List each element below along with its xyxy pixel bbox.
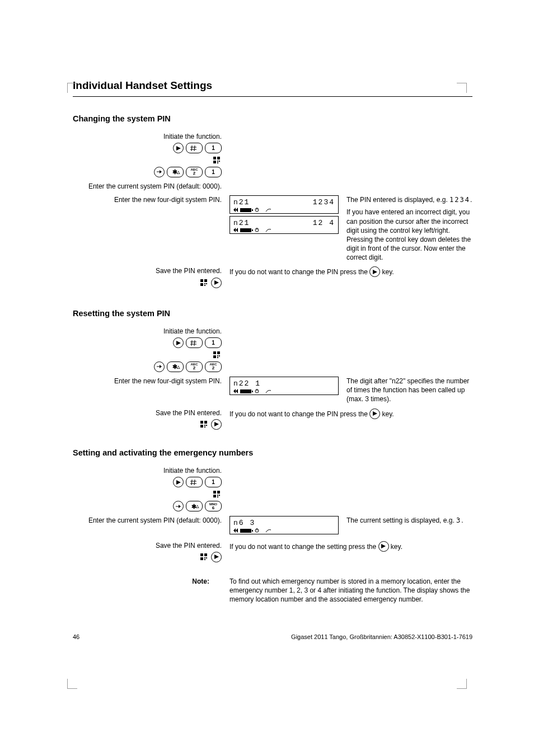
step-row: Initiate the function. 1 ✱△ ABC2 1 [73,132,472,177]
svg-rect-5 [213,157,216,159]
forward-icon [154,361,165,372]
step-text: The current setting is displayed, e.g. [346,516,456,524]
svg-rect-51 [252,391,253,392]
play-icon [378,541,389,552]
two-key: ABC2 [205,361,222,372]
svg-line-64 [194,480,195,485]
svg-rect-41 [213,355,216,358]
svg-rect-79 [252,530,253,532]
svg-rect-42 [217,355,218,356]
svg-rect-57 [204,425,205,426]
svg-rect-40 [217,351,220,354]
hash-key [186,477,203,487]
svg-rect-16 [240,208,251,212]
step-text: If you do not want to change the PIN pre… [229,266,472,277]
play-icon [173,143,184,153]
svg-marker-48 [233,389,236,393]
svg-rect-85 [204,557,205,558]
intern-icon [200,278,209,288]
lcd-display: n22 1 [229,377,339,395]
step-row: Enter the current system PIN (default: 0… [73,182,472,191]
svg-rect-87 [204,559,205,560]
step-row: Enter the current system PIN (default: 0… [73,516,472,537]
svg-line-35 [191,340,192,346]
svg-text:✱: ✱ [191,504,196,509]
svg-rect-29 [204,283,205,284]
svg-marker-89 [381,544,386,548]
section-heading-3: Setting and activating the emergency num… [73,448,472,459]
svg-rect-71 [219,495,220,496]
section-heading-1: Changing the system PIN [73,114,472,125]
intern-icon [200,552,209,562]
svg-rect-72 [217,496,218,497]
svg-rect-8 [217,161,218,162]
forward-icon [173,501,184,511]
play-icon [211,552,222,562]
one-key: 1 [205,477,222,487]
play-icon [369,266,380,277]
star-key: ✱△ [167,361,184,372]
step-desc: Initiate the function. [73,327,222,336]
step-text: . [470,196,472,204]
step-text: . [461,516,463,524]
step-desc: Save the PIN entered. [73,541,222,550]
play-icon [173,477,184,487]
step-desc: Enter the new four-digit system PIN. [73,195,222,204]
intern-icon [213,489,222,499]
svg-marker-60 [214,422,219,426]
svg-marker-14 [233,208,236,212]
two-key: ABC2 [186,167,203,177]
svg-rect-43 [219,355,220,356]
svg-rect-83 [204,553,207,556]
step-text: If you do not want to change the PIN pre… [229,408,472,419]
svg-rect-7 [213,161,216,163]
svg-rect-69 [213,495,216,497]
svg-rect-82 [200,553,203,556]
step-desc: Save the PIN entered. [73,266,222,275]
note-body: To find out which emergency number is st… [229,577,472,604]
lcd-display: n6 3 [229,516,339,534]
svg-rect-86 [206,557,207,558]
hash-key [186,143,203,153]
step-text: The PIN entered is displayed, e.g. [346,196,449,204]
star-key: ✱△ [167,167,184,177]
step-text: The digit after "n22" specifies the numb… [346,377,469,403]
svg-rect-54 [200,421,203,424]
page-title: Individual Handset Settings [73,78,472,97]
svg-marker-62 [176,480,181,485]
step-row: Enter the new four-digit system PIN. n22… [73,377,472,404]
svg-rect-39 [213,351,216,354]
section-heading-2: Resetting the system PIN [73,308,472,320]
svg-line-1 [191,145,192,151]
svg-rect-59 [204,426,205,428]
star-key: ✱△ [186,501,203,511]
svg-rect-58 [206,425,207,426]
step-desc: Enter the current system PIN (default: 0… [73,516,222,525]
step-row: Save the PIN entered. If you do not want… [73,266,472,288]
svg-marker-49 [236,389,238,393]
svg-marker-20 [233,228,236,232]
svg-rect-23 [252,229,253,231]
step-row: Save the PIN entered. If you do not want… [73,408,472,430]
svg-rect-22 [240,228,251,232]
svg-marker-74 [179,505,181,508]
svg-marker-33 [373,270,377,274]
svg-rect-56 [200,425,203,428]
svg-line-63 [191,480,192,485]
svg-rect-78 [240,529,251,533]
svg-marker-0 [176,146,181,151]
forward-icon [154,167,165,177]
svg-marker-15 [236,208,238,212]
play-icon [173,337,184,348]
play-icon [369,408,380,419]
step-row: Enter the new four-digit system PIN. n21… [73,195,472,262]
lcd-display: n2112 4 [229,216,339,234]
svg-marker-76 [233,528,236,533]
step-row: Initiate the function. 1 ✱△ ABC2 ABC2 [73,327,472,372]
page-number: 46 [73,633,79,641]
crop-mark-tl [67,83,77,93]
svg-rect-26 [200,279,203,282]
svg-rect-55 [204,421,207,424]
svg-marker-12 [160,170,162,173]
note-block: Note: To find out which emergency number… [73,577,472,604]
